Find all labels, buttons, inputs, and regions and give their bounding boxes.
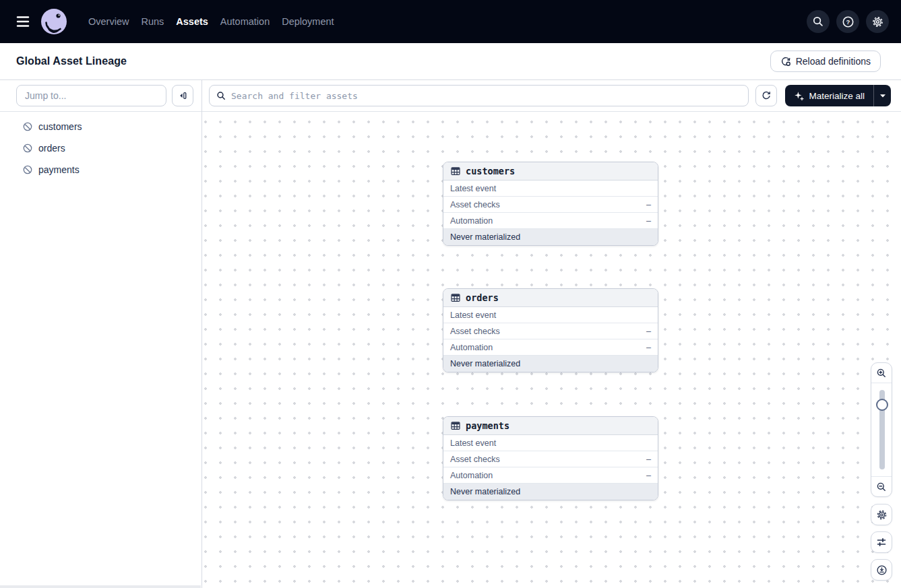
lineage-sidebar: customers orders payments bbox=[0, 80, 202, 588]
table-icon bbox=[450, 420, 461, 431]
row-value: – bbox=[646, 471, 651, 480]
table-icon bbox=[450, 166, 461, 176]
svg-text:?: ? bbox=[846, 18, 850, 26]
row-value: – bbox=[646, 216, 651, 226]
asset-disabled-icon bbox=[22, 164, 33, 175]
lineage-main: Materialize all bbox=[202, 80, 901, 588]
collapse-panel-icon[interactable] bbox=[172, 85, 193, 106]
sidebar-toolbar bbox=[0, 80, 201, 112]
caret-down-icon[interactable] bbox=[873, 85, 891, 106]
asset-disabled-icon bbox=[22, 121, 33, 132]
zoom-slider-thumb[interactable] bbox=[876, 399, 888, 411]
reload-definitions-label: Reload definitions bbox=[796, 56, 871, 67]
menu-icon[interactable] bbox=[9, 8, 36, 35]
settings-icon[interactable] bbox=[866, 10, 889, 33]
asset-node-row: Asset checks – bbox=[443, 451, 658, 467]
asset-node-row: Latest event bbox=[443, 181, 658, 197]
search-icon bbox=[216, 91, 226, 100]
recenter-icon[interactable] bbox=[871, 559, 892, 581]
sparkle-icon bbox=[794, 91, 804, 101]
row-label: Automation bbox=[450, 216, 493, 226]
dagster-logo[interactable] bbox=[40, 8, 67, 35]
asset-node-name: payments bbox=[466, 420, 509, 431]
zoom-out-icon[interactable] bbox=[871, 476, 892, 496]
table-icon bbox=[450, 292, 461, 303]
zoom-in-icon[interactable] bbox=[871, 363, 892, 383]
materialize-all-button[interactable]: Materialize all bbox=[785, 85, 873, 106]
nav-item-deployment[interactable]: Deployment bbox=[282, 16, 334, 27]
row-label: Latest event bbox=[450, 184, 496, 193]
asset-node-row: Automation – bbox=[443, 467, 658, 484]
asset-node-name: orders bbox=[466, 292, 499, 303]
nav-item-automation[interactable]: Automation bbox=[220, 16, 270, 27]
asset-node-row: Automation – bbox=[443, 213, 658, 229]
asset-node-row: Asset checks – bbox=[443, 197, 658, 213]
asset-list-item-customers[interactable]: customers bbox=[0, 116, 201, 137]
search-icon[interactable] bbox=[807, 10, 830, 33]
asset-list: customers orders payments bbox=[0, 112, 201, 181]
top-navbar: Overview Runs Assets Automation Deployme… bbox=[0, 0, 901, 43]
jump-to-input[interactable] bbox=[16, 85, 166, 106]
asset-node-row: Latest event bbox=[443, 435, 658, 451]
lineage-toolbar: Materialize all bbox=[202, 80, 901, 112]
zoom-slider[interactable] bbox=[871, 383, 892, 476]
asset-node-header: payments bbox=[443, 417, 658, 435]
asset-list-item-payments[interactable]: payments bbox=[0, 159, 201, 181]
help-icon[interactable]: ? bbox=[836, 10, 859, 33]
sidebar-horizontal-scrollbar[interactable] bbox=[0, 585, 201, 588]
reload-definitions-icon bbox=[780, 56, 791, 67]
asset-list-label: payments bbox=[38, 164, 80, 175]
primary-nav: Overview Runs Assets Automation Deployme… bbox=[82, 16, 340, 27]
asset-list-item-orders[interactable]: orders bbox=[0, 137, 201, 159]
row-label: Asset checks bbox=[450, 455, 500, 464]
row-value: – bbox=[646, 343, 651, 352]
asset-node-row: Asset checks – bbox=[443, 323, 658, 339]
body-layout: customers orders payments bbox=[0, 80, 901, 588]
materialize-all-label: Materialize all bbox=[809, 91, 865, 101]
asset-node-status: Never materialized bbox=[443, 484, 658, 500]
row-value: – bbox=[646, 327, 651, 336]
asset-search-input[interactable] bbox=[209, 85, 749, 106]
zoom-control-group bbox=[871, 362, 892, 497]
reload-definitions-button[interactable]: Reload definitions bbox=[770, 51, 881, 72]
lineage-canvas[interactable]: customers Latest event Asset checks – Au… bbox=[202, 112, 901, 588]
nav-item-runs[interactable]: Runs bbox=[141, 16, 164, 27]
asset-list-label: customers bbox=[38, 121, 82, 132]
row-label: Asset checks bbox=[450, 200, 500, 209]
materialize-all-split-button: Materialize all bbox=[785, 85, 891, 106]
row-label: Automation bbox=[450, 343, 493, 352]
row-label: Automation bbox=[450, 471, 493, 480]
settings-gear-icon[interactable] bbox=[871, 504, 892, 525]
row-value: – bbox=[646, 455, 651, 464]
asset-node-customers[interactable]: customers Latest event Asset checks – Au… bbox=[443, 162, 658, 246]
asset-node-row: Automation – bbox=[443, 339, 658, 356]
row-value: – bbox=[646, 200, 651, 209]
page-title: Global Asset Lineage bbox=[16, 55, 127, 67]
asset-search-field[interactable] bbox=[231, 91, 741, 101]
asset-node-orders[interactable]: orders Latest event Asset checks – Autom… bbox=[443, 288, 658, 372]
asset-list-label: orders bbox=[38, 143, 65, 154]
page-header: Global Asset Lineage Reload definitions bbox=[0, 43, 901, 80]
asset-disabled-icon bbox=[22, 143, 33, 154]
filter-sliders-icon[interactable] bbox=[871, 531, 892, 553]
row-label: Latest event bbox=[450, 438, 496, 448]
nav-item-assets[interactable]: Assets bbox=[176, 16, 208, 27]
nav-item-overview[interactable]: Overview bbox=[88, 16, 129, 27]
asset-node-header: customers bbox=[443, 162, 658, 181]
asset-node-row: Latest event bbox=[443, 307, 658, 323]
asset-node-name: customers bbox=[466, 166, 515, 176]
asset-node-status: Never materialized bbox=[443, 356, 658, 372]
row-label: Asset checks bbox=[450, 327, 500, 336]
asset-node-payments[interactable]: payments Latest event Asset checks – Aut… bbox=[443, 416, 658, 500]
refresh-icon[interactable] bbox=[755, 85, 777, 106]
asset-node-header: orders bbox=[443, 289, 658, 307]
row-label: Latest event bbox=[450, 311, 496, 320]
asset-node-status: Never materialized bbox=[443, 229, 658, 245]
